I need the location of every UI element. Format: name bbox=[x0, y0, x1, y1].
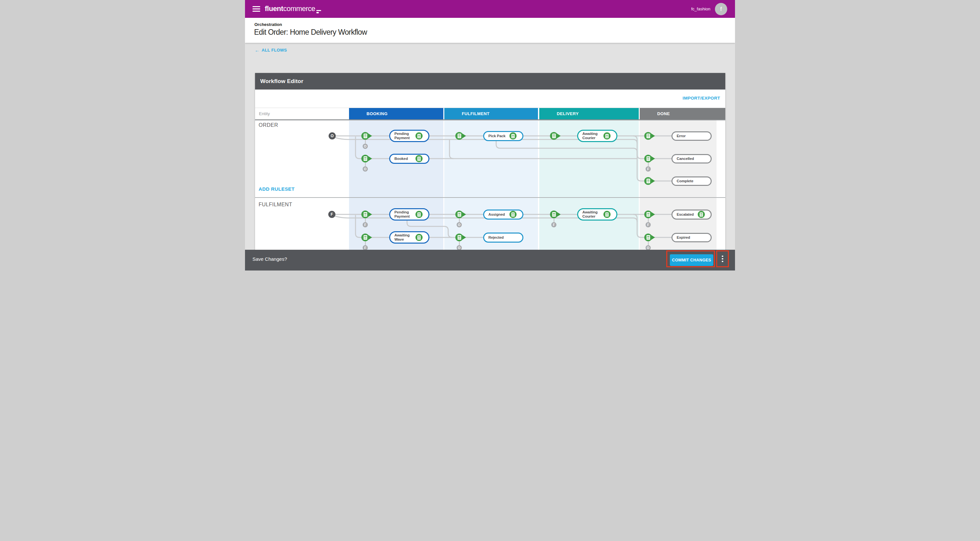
state-node-label: Pick Pack bbox=[484, 134, 509, 138]
badge-stem bbox=[459, 218, 460, 222]
flow-arrow-icon bbox=[463, 235, 466, 240]
rules-doc-icon bbox=[364, 134, 367, 138]
entity-type-badge-o: O bbox=[363, 144, 368, 149]
flow-arrow-icon bbox=[463, 134, 466, 138]
state-node-label: Awaiting Wave bbox=[390, 233, 415, 241]
ruleset-icon[interactable] bbox=[644, 155, 652, 163]
stage-column-header-booking: BOOKING bbox=[349, 108, 443, 120]
entity-start-badge-f: F bbox=[328, 211, 336, 218]
state-node-assigned[interactable]: Assigned bbox=[483, 209, 523, 220]
badge-stem bbox=[365, 139, 366, 144]
badge-stem bbox=[648, 162, 649, 166]
column-header-row: Entity BOOKINGFULFILMENTDELIVERYDONE bbox=[255, 108, 725, 120]
rules-doc-icon bbox=[700, 212, 703, 217]
import-export-link[interactable]: IMPORT/EXPORT bbox=[682, 96, 720, 101]
rules-doc-icon bbox=[417, 235, 421, 240]
badge-stem bbox=[648, 241, 649, 245]
entity-column-header: Entity bbox=[255, 108, 348, 120]
state-rules-icon[interactable] bbox=[698, 211, 705, 218]
state-node-label: Error bbox=[673, 134, 698, 138]
brand-logo: fluentcommerce bbox=[265, 5, 321, 13]
back-arrow-icon: ← bbox=[255, 47, 259, 53]
flow-arrow-icon bbox=[557, 212, 561, 217]
screen: fluentcommerce fc_fashion f Orchestratio… bbox=[245, 0, 735, 270]
rules-doc-icon bbox=[646, 156, 650, 161]
state-rules-icon[interactable] bbox=[415, 155, 423, 162]
state-node-label: Booked bbox=[390, 156, 415, 161]
page-title: Edit Order: Home Delivery Workflow bbox=[254, 28, 367, 37]
stage-column-header-fulfilment: FULFILMENT bbox=[444, 108, 538, 120]
hamburger-menu-icon[interactable] bbox=[253, 6, 260, 12]
save-bar: Save Changes? COMMIT CHANGES bbox=[245, 250, 735, 270]
commit-changes-button[interactable]: COMMIT CHANGES bbox=[670, 254, 713, 266]
rules-doc-icon bbox=[364, 156, 367, 161]
avatar[interactable]: f bbox=[715, 3, 727, 15]
state-node-label: Awaiting Courier bbox=[578, 210, 603, 218]
ruleset-icon[interactable] bbox=[361, 132, 369, 140]
ruleset-icon[interactable] bbox=[455, 132, 463, 140]
state-rules-icon[interactable] bbox=[603, 211, 611, 218]
ruleset-icon[interactable] bbox=[644, 233, 652, 241]
rules-doc-icon bbox=[458, 134, 461, 138]
rules-doc-icon bbox=[458, 235, 461, 240]
flow-arrow-icon bbox=[651, 212, 655, 217]
kebab-menu-icon[interactable] bbox=[717, 251, 728, 266]
account-name: fc_fashion bbox=[691, 6, 710, 11]
ruleset-name: FULFILMENT bbox=[259, 202, 292, 207]
save-prompt: Save Changes? bbox=[253, 256, 287, 262]
state-node-pending-payment[interactable]: Pending Payment bbox=[389, 130, 430, 142]
state-node-awaiting-courier[interactable]: Awaiting Courier bbox=[577, 208, 617, 220]
ruleset-icon[interactable] bbox=[550, 132, 558, 140]
state-node-rejected[interactable]: Rejected bbox=[483, 233, 523, 243]
ruleset-icon[interactable] bbox=[361, 233, 369, 241]
entity-type-badge-o: O bbox=[457, 222, 462, 227]
state-rules-icon[interactable] bbox=[415, 234, 423, 241]
rules-doc-icon bbox=[417, 156, 421, 161]
rules-doc-icon bbox=[511, 212, 515, 217]
state-node-complete[interactable]: Complete bbox=[671, 176, 712, 186]
badge-stem bbox=[365, 241, 366, 245]
state-node-pending-payment[interactable]: Pending Payment bbox=[389, 208, 430, 220]
panel-header: Workflow Editor bbox=[255, 73, 725, 89]
badge-stem bbox=[554, 218, 555, 222]
badge-stem bbox=[648, 218, 649, 222]
state-rules-icon[interactable] bbox=[509, 211, 517, 218]
ruleset-icon[interactable] bbox=[361, 211, 369, 218]
entity-type-badge-f: F bbox=[551, 222, 557, 227]
ruleset-icon[interactable] bbox=[644, 177, 652, 185]
ruleset-icon[interactable] bbox=[361, 155, 369, 163]
flow-arrow-icon bbox=[557, 134, 561, 138]
rules-doc-icon bbox=[552, 212, 556, 217]
state-rules-icon[interactable] bbox=[415, 132, 423, 139]
flow-arrow-icon bbox=[369, 235, 372, 240]
state-node-awaiting-wave[interactable]: Awaiting Wave bbox=[389, 231, 430, 244]
add-ruleset-link[interactable]: ADD RULESET bbox=[259, 186, 294, 192]
state-node-label: Pending Payment bbox=[390, 132, 415, 140]
ruleset-icon[interactable] bbox=[455, 211, 463, 218]
ruleset-icon[interactable] bbox=[455, 233, 463, 241]
rules-doc-icon bbox=[417, 134, 421, 138]
badge-stem bbox=[459, 241, 460, 245]
ruleset-icon[interactable] bbox=[644, 132, 652, 140]
annotation-box-kebab bbox=[716, 251, 729, 267]
state-rules-icon[interactable] bbox=[603, 132, 611, 139]
ruleset-icon[interactable] bbox=[550, 211, 558, 218]
state-node-cancelled[interactable]: Cancelled bbox=[671, 154, 712, 163]
all-flows-link[interactable]: ← ALL FLOWS bbox=[255, 47, 287, 53]
state-node-escalated[interactable]: Escalated bbox=[671, 209, 712, 220]
rules-doc-icon bbox=[458, 212, 461, 217]
brand-bold: fluent bbox=[265, 5, 283, 13]
ruleset-lanes: ORDERADD RULESETOOOFPending PaymentBooke… bbox=[255, 120, 725, 270]
flow-arrow-icon bbox=[651, 235, 655, 240]
state-node-pick-pack[interactable]: Pick Pack bbox=[483, 131, 523, 141]
ruleset-icon[interactable] bbox=[644, 211, 652, 218]
state-node-label: Expired bbox=[673, 235, 698, 240]
state-rules-icon[interactable] bbox=[509, 132, 517, 139]
state-node-awaiting-courier[interactable]: Awaiting Courier bbox=[577, 130, 617, 142]
state-rules-icon[interactable] bbox=[415, 211, 423, 218]
brand-light: commerce bbox=[283, 5, 315, 13]
state-node-error[interactable]: Error bbox=[671, 131, 712, 141]
state-node-expired[interactable]: Expired bbox=[671, 233, 712, 242]
state-node-booked[interactable]: Booked bbox=[389, 154, 430, 164]
rules-doc-icon bbox=[364, 212, 367, 217]
